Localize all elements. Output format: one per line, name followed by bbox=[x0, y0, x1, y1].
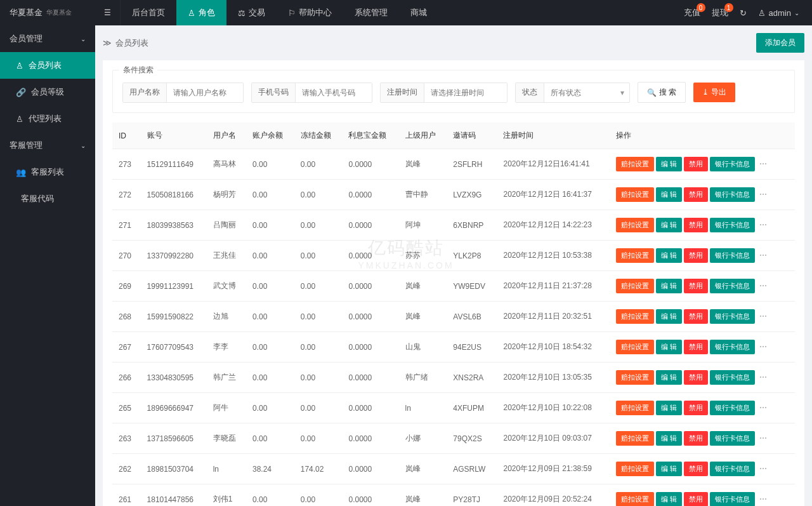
edit-button[interactable]: 编 辑 bbox=[656, 340, 682, 354]
search-button[interactable]: 🔍 搜 索 bbox=[638, 82, 686, 103]
recharge-link[interactable]: 充值 0 bbox=[684, 7, 700, 18]
phone-field: 手机号码 bbox=[251, 83, 372, 103]
more-actions-icon[interactable]: ⋯ bbox=[757, 464, 769, 473]
disable-button[interactable]: 禁用 bbox=[684, 157, 708, 171]
sidebar-item-0-2[interactable]: ♙代理列表 bbox=[0, 105, 95, 132]
nav-tab-1[interactable]: ♙角色 bbox=[176, 0, 226, 25]
bankcard-button[interactable]: 银行卡信息 bbox=[710, 279, 755, 293]
chevron-down-icon: ▾ bbox=[620, 88, 629, 97]
brand-name: 华夏基金 bbox=[10, 7, 43, 18]
disable-button[interactable]: 禁用 bbox=[684, 218, 708, 232]
content-panel: 条件搜索 用户名称 手机号码 注册时间 状态 bbox=[103, 60, 804, 506]
edit-button[interactable]: 编 辑 bbox=[656, 157, 682, 171]
table-cell: 15050818166 bbox=[141, 180, 207, 210]
disable-button[interactable]: 禁用 bbox=[684, 401, 708, 415]
withdraw-badge: 1 bbox=[724, 3, 733, 12]
table-cell: 岚峰 bbox=[399, 271, 447, 302]
sidebar-group-0[interactable]: 会员管理⌄ bbox=[0, 25, 95, 52]
bankcard-button[interactable]: 银行卡信息 bbox=[710, 157, 755, 171]
more-actions-icon[interactable]: ⋯ bbox=[757, 190, 769, 199]
nav-tab-4[interactable]: 系统管理 bbox=[343, 0, 399, 25]
deduct-setting-button[interactable]: 赔扣设置 bbox=[616, 401, 654, 415]
edit-button[interactable]: 编 辑 bbox=[656, 431, 682, 446]
refresh-icon[interactable]: ↻ bbox=[740, 8, 747, 18]
bankcard-button[interactable]: 银行卡信息 bbox=[710, 401, 755, 415]
table-cell: 17607709543 bbox=[141, 332, 207, 363]
search-legend: 条件搜索 bbox=[119, 65, 157, 76]
sidebar-group-1[interactable]: 客服管理⌄ bbox=[0, 132, 95, 159]
regtime-input[interactable] bbox=[424, 83, 507, 102]
nav-tab-5[interactable]: 商城 bbox=[399, 0, 438, 25]
main-content: ≫ 会员列表 添加会员 条件搜索 用户名称 手机号码 bbox=[95, 25, 812, 506]
table-cell: 2020年12月09日 21:38:59 bbox=[497, 454, 610, 484]
more-actions-icon[interactable]: ⋯ bbox=[757, 342, 769, 351]
edit-button[interactable]: 编 辑 bbox=[656, 279, 682, 293]
deduct-setting-button[interactable]: 赔扣设置 bbox=[616, 187, 654, 202]
sidebar-item-1-1[interactable]: 客服代码 bbox=[0, 185, 95, 212]
deduct-setting-button[interactable]: 赔扣设置 bbox=[616, 370, 654, 385]
more-actions-icon[interactable]: ⋯ bbox=[757, 403, 769, 412]
bankcard-button[interactable]: 银行卡信息 bbox=[710, 248, 755, 263]
deduct-setting-button[interactable]: 赔扣设置 bbox=[616, 218, 654, 232]
table-cell: 山鬼 bbox=[399, 332, 447, 363]
username-input[interactable] bbox=[167, 83, 243, 102]
phone-input[interactable] bbox=[296, 83, 372, 102]
bankcard-button[interactable]: 银行卡信息 bbox=[710, 309, 755, 324]
export-button[interactable]: ⤓ 导出 bbox=[693, 83, 735, 102]
nav-tab-2[interactable]: ⚖交易 bbox=[226, 0, 277, 25]
deduct-setting-button[interactable]: 赔扣设置 bbox=[616, 462, 654, 476]
deduct-setting-button[interactable]: 赔扣设置 bbox=[616, 248, 654, 263]
deduct-setting-button[interactable]: 赔扣设置 bbox=[616, 279, 654, 293]
edit-button[interactable]: 编 辑 bbox=[656, 492, 682, 506]
more-actions-icon[interactable]: ⋯ bbox=[757, 220, 769, 229]
edit-button[interactable]: 编 辑 bbox=[656, 218, 682, 232]
sidebar-item-0-1[interactable]: 🔗会员等级 bbox=[0, 79, 95, 105]
bankcard-button[interactable]: 银行卡信息 bbox=[710, 431, 755, 446]
status-select[interactable] bbox=[544, 83, 620, 102]
edit-button[interactable]: 编 辑 bbox=[656, 187, 682, 202]
edit-button[interactable]: 编 辑 bbox=[656, 462, 682, 476]
sidebar-item-0-0[interactable]: ♙会员列表 bbox=[0, 52, 95, 79]
more-actions-icon[interactable]: ⋯ bbox=[757, 495, 769, 503]
edit-button[interactable]: 编 辑 bbox=[656, 309, 682, 324]
disable-button[interactable]: 禁用 bbox=[684, 462, 708, 476]
table-cell: 0.00 bbox=[294, 393, 343, 423]
edit-button[interactable]: 编 辑 bbox=[656, 370, 682, 385]
deduct-setting-button[interactable]: 赔扣设置 bbox=[616, 340, 654, 354]
bankcard-button[interactable]: 银行卡信息 bbox=[710, 340, 755, 354]
nav-tab-0[interactable]: 后台首页 bbox=[121, 0, 176, 25]
more-actions-icon[interactable]: ⋯ bbox=[757, 434, 769, 443]
disable-button[interactable]: 禁用 bbox=[684, 279, 708, 293]
nav-tab-3[interactable]: ⚐帮助中心 bbox=[277, 0, 343, 25]
table-header-cell: 冻结金额 bbox=[294, 123, 343, 149]
more-actions-icon[interactable]: ⋯ bbox=[757, 373, 769, 382]
sidebar-item-1-0[interactable]: 👥客服列表 bbox=[0, 159, 95, 185]
add-member-button[interactable]: 添加会员 bbox=[756, 33, 804, 53]
menu-toggle-icon[interactable]: ☰ bbox=[95, 0, 121, 25]
user-menu[interactable]: ♙ admin ⌄ bbox=[758, 8, 799, 18]
more-actions-icon[interactable]: ⋯ bbox=[757, 312, 769, 321]
deduct-setting-button[interactable]: 赔扣设置 bbox=[616, 492, 654, 506]
disable-button[interactable]: 禁用 bbox=[684, 309, 708, 324]
deduct-setting-button[interactable]: 赔扣设置 bbox=[616, 431, 654, 446]
disable-button[interactable]: 禁用 bbox=[684, 340, 708, 354]
disable-button[interactable]: 禁用 bbox=[684, 492, 708, 506]
table-header-cell: 账户余额 bbox=[246, 123, 294, 149]
bankcard-button[interactable]: 银行卡信息 bbox=[710, 218, 755, 232]
edit-button[interactable]: 编 辑 bbox=[656, 248, 682, 263]
bankcard-button[interactable]: 银行卡信息 bbox=[710, 492, 755, 506]
disable-button[interactable]: 禁用 bbox=[684, 248, 708, 263]
deduct-setting-button[interactable]: 赔扣设置 bbox=[616, 157, 654, 171]
disable-button[interactable]: 禁用 bbox=[684, 370, 708, 385]
bankcard-button[interactable]: 银行卡信息 bbox=[710, 187, 755, 202]
bankcard-button[interactable]: 银行卡信息 bbox=[710, 370, 755, 385]
disable-button[interactable]: 禁用 bbox=[684, 431, 708, 446]
more-actions-icon[interactable]: ⋯ bbox=[757, 159, 769, 168]
more-actions-icon[interactable]: ⋯ bbox=[757, 281, 769, 290]
edit-button[interactable]: 编 辑 bbox=[656, 401, 682, 415]
more-actions-icon[interactable]: ⋯ bbox=[757, 251, 769, 260]
bankcard-button[interactable]: 银行卡信息 bbox=[710, 462, 755, 476]
withdraw-link[interactable]: 提现 1 bbox=[712, 7, 728, 18]
deduct-setting-button[interactable]: 赔扣设置 bbox=[616, 309, 654, 324]
disable-button[interactable]: 禁用 bbox=[684, 187, 708, 202]
